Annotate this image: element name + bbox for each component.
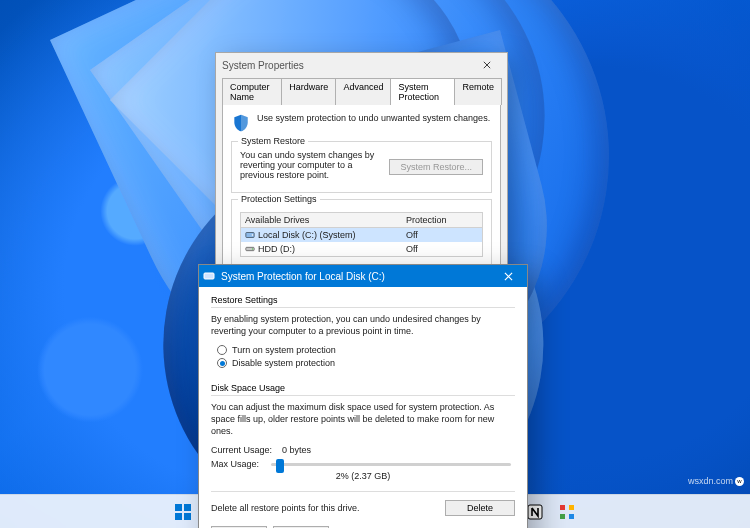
max-usage-label: Max Usage: [211,459,259,469]
notion-icon [526,503,544,521]
disk-desc: You can adjust the maximum disk space us… [211,402,515,437]
svg-rect-8 [184,513,191,520]
dialog-title: System Properties [222,60,304,71]
group-title: Protection Settings [238,194,320,204]
drive-row-c[interactable]: Local Disk (C:) (System) Off [241,228,482,242]
radio-icon [217,345,227,355]
svg-rect-7 [175,513,182,520]
restore-text: You can undo system changes by reverting… [240,150,381,180]
current-usage-value: 0 bytes [282,445,311,455]
pinned-grid-button[interactable] [553,498,581,526]
delete-row: Delete all restore points for this drive… [211,500,515,516]
tab-remote[interactable]: Remote [454,78,502,105]
col-header-drive: Available Drives [241,213,402,227]
delete-text: Delete all restore points for this drive… [211,503,437,513]
svg-rect-36 [560,505,565,510]
section-title-restore: Restore Settings [211,295,515,305]
drive-label: HDD (D:) [258,244,295,254]
section-title-disk: Disk Space Usage [211,383,515,393]
shield-icon [231,113,251,133]
group-system-restore: System Restore You can undo system chang… [231,141,492,193]
close-button[interactable] [493,265,523,287]
tab-hardware[interactable]: Hardware [281,78,336,105]
windows-icon [174,503,192,521]
close-button[interactable] [473,56,501,74]
dialog-body: Restore Settings By enabling system prot… [199,287,527,528]
dialog-title: System Protection for Local Disk (C:) [221,271,487,282]
radio-icon [217,358,227,368]
drive-protection: Off [402,228,482,242]
current-usage-row: Current Usage: 0 bytes [211,445,515,455]
watermark: wsxdn.com w [688,476,744,486]
drive-table-header: Available Drives Protection [241,213,482,228]
tab-computer-name[interactable]: Computer Name [222,78,282,105]
divider [211,395,515,396]
radio-turn-on[interactable]: Turn on system protection [217,345,515,355]
divider [211,307,515,308]
watermark-text: wsxdn.com [688,476,733,486]
tab-strip: Computer Name Hardware Advanced System P… [216,77,507,104]
svg-rect-5 [175,504,182,511]
hdd-icon [245,244,255,254]
slider-thumb[interactable] [276,459,284,473]
slider-value: 2% (2.37 GB) [211,471,515,481]
max-usage-slider[interactable] [271,463,511,466]
start-button[interactable] [169,498,197,526]
delete-button[interactable]: Delete [445,500,515,516]
svg-point-3 [252,248,253,249]
drive-label: Local Disk (C:) (System) [258,230,356,240]
svg-rect-38 [560,514,565,519]
grid-icon [558,503,576,521]
drive-row-d[interactable]: HDD (D:) Off [241,242,482,256]
current-usage-label: Current Usage: [211,445,272,455]
restore-desc: By enabling system protection, you can u… [211,314,515,337]
titlebar[interactable]: System Protection for Local Disk (C:) [199,265,527,287]
max-usage-row: Max Usage: [211,459,515,469]
tab-system-protection[interactable]: System Protection [390,78,455,105]
svg-rect-4 [204,273,214,279]
radio-label: Turn on system protection [232,345,336,355]
watermark-icon: w [735,477,744,486]
svg-rect-6 [184,504,191,511]
system-protection-disk-dialog: System Protection for Local Disk (C:) Re… [198,264,528,528]
radio-label: Disable system protection [232,358,335,368]
svg-point-1 [252,234,254,236]
close-icon [483,61,491,69]
intro-row: Use system protection to undo unwanted s… [231,113,492,133]
svg-rect-37 [569,505,574,510]
system-restore-button[interactable]: System Restore... [389,159,483,175]
disk-icon [203,270,215,282]
close-icon [504,272,513,281]
svg-rect-39 [569,514,574,519]
disk-icon [245,230,255,240]
radio-disable[interactable]: Disable system protection [217,358,515,368]
drive-protection: Off [402,242,482,256]
intro-text: Use system protection to undo unwanted s… [257,113,490,133]
divider [211,491,515,492]
drive-table: Available Drives Protection Local Disk (… [240,212,483,257]
tab-advanced[interactable]: Advanced [335,78,391,105]
group-title: System Restore [238,136,308,146]
titlebar[interactable]: System Properties [216,53,507,77]
col-header-protection: Protection [402,213,482,227]
